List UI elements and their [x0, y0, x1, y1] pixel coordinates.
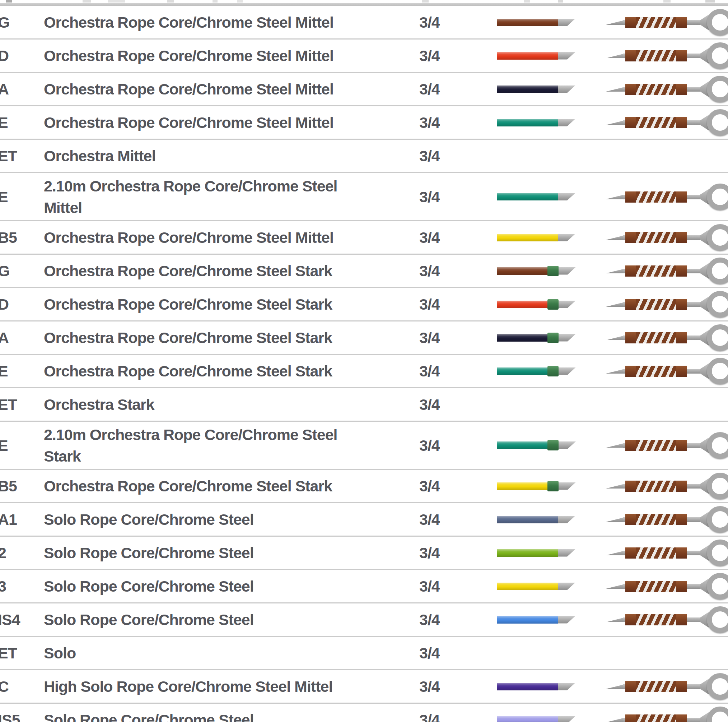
tail-taper-tip: [606, 369, 625, 374]
product-code-link[interactable]: D: [0, 47, 9, 64]
table-row[interactable]: 3 Solo Rope Core/Chrome Steel 3/4: [0, 570, 728, 604]
product-code-link[interactable]: IS5: [0, 711, 20, 722]
product-code-link[interactable]: ET: [0, 644, 17, 662]
winding-block: [626, 714, 636, 722]
tail-taper-tip: [606, 718, 625, 722]
winding-block: [626, 17, 636, 28]
product-code-link[interactable]: B5: [0, 229, 17, 247]
winding-block: [676, 332, 687, 343]
product-code-link[interactable]: C: [0, 678, 9, 695]
winding-stripes: [636, 17, 676, 28]
silk-winding: [626, 332, 687, 343]
product-name-line2: Stark: [44, 445, 396, 467]
string-color-bar: [497, 368, 548, 375]
table-row[interactable]: B5 Orchestra Rope Core/Chrome Steel Star…: [0, 470, 728, 503]
product-code-link[interactable]: E: [0, 362, 8, 380]
winding-block: [626, 547, 636, 559]
loop-end-ring: [707, 324, 728, 351]
product-code-link[interactable]: ET: [0, 147, 17, 165]
table-row[interactable]: 2 Solo Rope Core/Chrome Steel 3/4: [0, 537, 728, 570]
string-top-icon: [497, 192, 580, 202]
loop-end-ring: [707, 258, 728, 284]
silk-winding: [626, 232, 687, 243]
previous-row-remnant: [422, 0, 428, 3]
size-value: 3/4: [419, 437, 459, 454]
product-name: Orchestra Stark: [44, 394, 396, 415]
winding-block: [676, 299, 687, 310]
string-color-bar: [497, 516, 558, 523]
table-row[interactable]: ET Orchestra Mittel 3/4: [0, 140, 728, 173]
product-name: Solo Rope Core/Chrome Steel: [44, 709, 396, 722]
size-value: 3/4: [419, 544, 459, 562]
string-color-bar: [497, 616, 558, 624]
product-name-line1: Orchestra Rope Core/Chrome Steel Mittel: [44, 11, 396, 33]
size-value: 3/4: [419, 611, 459, 628]
table-row[interactable]: B5 Orchestra Rope Core/Chrome Steel Mitt…: [0, 221, 728, 254]
winding-block: [676, 265, 687, 277]
loop-end-ring: [707, 76, 728, 103]
table-row[interactable]: G Orchestra Rope Core/Chrome Steel Stark…: [0, 254, 728, 288]
product-name: Orchestra Rope Core/Chrome Steel Stark: [44, 260, 396, 282]
previous-row-remnant: [705, 0, 715, 3]
product-code-link[interactable]: G: [0, 14, 9, 31]
product-name-line1: 2.10m Orchestra Rope Core/Chrome Steel: [44, 175, 396, 197]
tail-taper-tip: [606, 269, 625, 273]
product-code-link[interactable]: E: [0, 114, 8, 132]
silk-winding: [626, 366, 687, 377]
silk-winding: [626, 681, 687, 692]
product-code-link[interactable]: 3: [0, 578, 6, 595]
product-code-link[interactable]: A: [0, 329, 9, 346]
product-code-link[interactable]: B5: [0, 477, 17, 495]
winding-stripes: [636, 84, 676, 95]
loop-end-ring: [707, 673, 728, 700]
string-taper-tip: [558, 86, 575, 93]
table-row[interactable]: IS4 Solo Rope Core/Chrome Steel 3/4: [0, 604, 728, 637]
product-code-link[interactable]: A1: [0, 511, 17, 528]
product-name: Solo Rope Core/Chrome Steel: [44, 609, 396, 630]
table-row[interactable]: D Orchestra Rope Core/Chrome Steel Mitte…: [0, 40, 728, 73]
product-code-link[interactable]: G: [0, 262, 9, 280]
string-tail-icon: [606, 223, 728, 252]
product-code-link[interactable]: E: [0, 437, 8, 454]
table-row[interactable]: E Orchestra Rope Core/Chrome Steel Mitte…: [0, 106, 728, 140]
product-name-line1: Solo Rope Core/Chrome Steel: [44, 609, 396, 630]
string-taper-tip: [558, 234, 575, 241]
table-row[interactable]: C High Solo Rope Core/Chrome Steel Mitte…: [0, 670, 728, 704]
winding-stripes: [636, 366, 676, 377]
table-row[interactable]: IS5 Solo Rope Core/Chrome Steel 3/4: [0, 704, 728, 722]
table-row[interactable]: D Orchestra Rope Core/Chrome Steel Stark…: [0, 288, 728, 322]
product-code-link[interactable]: 2: [0, 544, 6, 562]
size-value: 3/4: [419, 147, 459, 165]
loop-end-ring: [707, 184, 728, 210]
winding-block: [626, 265, 636, 277]
table-row[interactable]: E 2.10m Orchestra Rope Core/Chrome Steel…: [0, 173, 728, 221]
product-name-line1: Orchestra Rope Core/Chrome Steel Stark: [44, 327, 396, 348]
product-name: 2.10m Orchestra Rope Core/Chrome Steel S…: [44, 424, 396, 467]
product-code-link[interactable]: ET: [0, 396, 17, 414]
loop-end-ring: [707, 506, 728, 533]
loop-end-ring: [707, 224, 728, 251]
product-name-line1: Orchestra Stark: [44, 394, 396, 415]
table-row[interactable]: E Orchestra Rope Core/Chrome Steel Stark…: [0, 355, 728, 388]
table-row[interactable]: ET Solo 3/4: [0, 637, 728, 670]
product-code-link[interactable]: IS4: [0, 611, 20, 628]
winding-block: [676, 547, 687, 559]
string-taper-tip: [558, 300, 576, 308]
table-row[interactable]: A1 Solo Rope Core/Chrome Steel 3/4: [0, 503, 728, 537]
table-row[interactable]: A Orchestra Rope Core/Chrome Steel Stark…: [0, 322, 728, 355]
stark-gauge-band: [548, 333, 558, 343]
product-code-link[interactable]: E: [0, 188, 8, 205]
silk-winding: [626, 514, 687, 525]
table-row[interactable]: A Orchestra Rope Core/Chrome Steel Mitte…: [0, 73, 728, 106]
string-color-bar: [497, 483, 548, 490]
product-code-link[interactable]: D: [0, 296, 9, 313]
table-row[interactable]: ET Orchestra Stark 3/4: [0, 388, 728, 422]
string-tail-icon: [606, 505, 728, 534]
size-value: 3/4: [419, 229, 459, 247]
string-top-icon: [497, 681, 580, 692]
table-row[interactable]: G Orchestra Rope Core/Chrome Steel Mitte…: [0, 6, 728, 40]
string-tail-icon: [606, 605, 728, 634]
product-code-link[interactable]: A: [0, 80, 9, 98]
table-row[interactable]: E 2.10m Orchestra Rope Core/Chrome Steel…: [0, 422, 728, 470]
string-color-bar: [497, 716, 558, 722]
